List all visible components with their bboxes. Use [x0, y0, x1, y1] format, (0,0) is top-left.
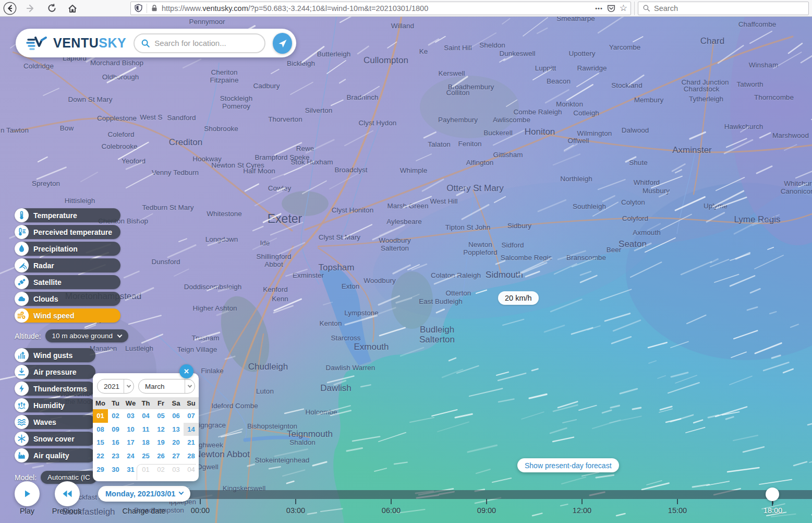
layer-button-perceived-temperature[interactable]: Perceived temperature — [15, 225, 120, 239]
calendar-day[interactable]: 06 — [168, 409, 184, 423]
place-label: Kenton — [320, 319, 342, 327]
calendar-day[interactable]: 28 — [184, 449, 199, 463]
calendar-day[interactable]: 26 — [153, 449, 168, 463]
page-actions-icon[interactable]: ••• — [595, 5, 603, 11]
year-select[interactable]: 2021 — [97, 379, 134, 394]
layer-button-waves[interactable]: Waves — [15, 415, 95, 429]
location-search-input[interactable] — [154, 39, 258, 47]
layer-button-precipitation[interactable]: Precipitation — [15, 242, 120, 256]
layer-button-snow-cover[interactable]: Snow cover — [15, 432, 95, 446]
place-label: West Hill — [430, 197, 457, 205]
layer-label: Satellite — [33, 278, 62, 287]
calendar-day[interactable]: 27 — [168, 449, 184, 463]
calendar-day[interactable]: 02 — [108, 409, 123, 423]
layer-button-satellite[interactable]: Satellite — [15, 275, 120, 289]
place-label: Spreyton — [32, 180, 60, 187]
place-label: Yeoford — [122, 157, 146, 165]
layer-button-wind-speed[interactable]: Wind speed — [15, 308, 120, 323]
calendar-day[interactable]: 19 — [153, 436, 168, 449]
calendar-day[interactable]: 20 — [168, 436, 184, 449]
layer-button-wind-gusts[interactable]: Wind gusts — [15, 348, 95, 362]
browser-nav-buttons — [0, 2, 130, 15]
satellite-icon — [15, 275, 29, 289]
calendar-day[interactable]: 08 — [93, 423, 108, 436]
snowflake-icon — [15, 432, 29, 446]
calendar-day[interactable]: 04 — [138, 409, 153, 423]
place-label: Kenford — [263, 286, 287, 293]
calendar-day[interactable]: 25 — [138, 449, 153, 463]
altitude-select[interactable]: 10 m above ground — [45, 329, 128, 342]
place-label: Clyst St Mary — [319, 233, 360, 241]
calendar-day[interactable]: 07 — [184, 409, 199, 423]
layer-button-humidity[interactable]: Humidity — [15, 398, 95, 412]
browser-search[interactable] — [638, 2, 809, 15]
home-button[interactable] — [66, 2, 79, 15]
layer-label: Thunderstorms — [33, 385, 87, 393]
place-label: Aylesbeare — [386, 218, 421, 225]
chevron-down-icon — [124, 379, 134, 393]
calendar-day[interactable]: 17 — [123, 436, 138, 449]
calendar-day[interactable]: 12 — [153, 423, 168, 436]
calendar-day[interactable]: 15 — [93, 436, 108, 449]
bookmark-star-icon[interactable]: ☆ — [620, 4, 627, 13]
location-search[interactable] — [134, 33, 265, 53]
browser-search-input[interactable] — [654, 4, 804, 13]
month-select[interactable]: March — [138, 379, 195, 394]
calendar-day-selected[interactable]: 01 — [93, 409, 108, 423]
url-bar[interactable]: https://www.ventusky.com/?p=50.683;-3.24… — [130, 2, 631, 15]
previous-button[interactable] — [55, 481, 80, 506]
calendar-day[interactable]: 24 — [123, 449, 138, 463]
calendar-day[interactable]: 13 — [168, 423, 184, 436]
calendar-day[interactable]: 31 — [123, 462, 138, 476]
calendar-day[interactable]: 22 — [93, 449, 108, 463]
place-label: Coldridge — [23, 62, 54, 70]
place-label: Buckerell — [483, 129, 513, 137]
calendar-day[interactable]: 30 — [108, 462, 123, 476]
place-label: West S — [140, 113, 162, 121]
calendar-day[interactable]: 03 — [123, 409, 138, 423]
back-button[interactable] — [3, 2, 17, 15]
wind-icon — [15, 308, 29, 323]
calendar-day[interactable]: 21 — [184, 436, 199, 449]
layer-button-temperature[interactable]: Temperature — [15, 208, 120, 222]
pocket-icon[interactable] — [607, 4, 616, 13]
calendar-day[interactable]: 18 — [138, 436, 153, 449]
place-label: Stokeinteignhead — [255, 456, 309, 464]
place-label: Crediton — [169, 137, 202, 147]
calendar-day[interactable]: 29 — [93, 462, 108, 476]
calendar-day[interactable]: 23 — [108, 449, 123, 463]
calendar-day[interactable]: 14 — [184, 423, 199, 436]
layer-label: Perceived temperature — [33, 228, 112, 236]
place-label: Silverton — [305, 106, 333, 114]
tracking-shield-icon[interactable] — [134, 4, 143, 13]
calendar-day: 02 — [153, 462, 168, 476]
layer-button-air-pressure[interactable]: Air pressure — [15, 365, 95, 379]
place-label: Bishopsteignton — [247, 422, 297, 430]
chevron-down-icon — [179, 490, 184, 495]
calendar-close-button[interactable]: ✕ — [179, 364, 193, 378]
location-search-icon — [141, 39, 150, 48]
layer-button-thunderstorms[interactable]: Thunderstorms — [15, 382, 95, 396]
layer-button-radar[interactable]: Radar — [15, 258, 120, 272]
play-button[interactable] — [15, 481, 40, 506]
locate-me-button[interactable] — [273, 33, 292, 54]
forward-button[interactable] — [24, 2, 38, 15]
layer-label: Clouds — [33, 295, 58, 303]
calendar-day[interactable]: 05 — [153, 409, 168, 423]
map-viewport[interactable]: PennymoorWillandSmeatharpeChaffcombeChar… — [0, 17, 812, 523]
show-forecast-button[interactable]: Show present-day forecast — [517, 458, 619, 472]
change-date-button[interactable]: Monday, 2021/03/01 — [98, 486, 190, 502]
place-label: Cowley — [268, 184, 291, 192]
calendar-day[interactable]: 16 — [108, 436, 123, 449]
reload-button[interactable] — [45, 2, 58, 15]
calendar-day[interactable]: 10 — [123, 423, 138, 436]
layer-label: Humidity — [33, 401, 65, 410]
calendar-day[interactable]: 11 — [138, 423, 153, 436]
timeline-slider-handle[interactable] — [766, 488, 779, 501]
model-label: Model: — [15, 473, 37, 482]
layer-button-clouds[interactable]: Clouds — [15, 292, 120, 306]
calendar-day[interactable]: 09 — [108, 423, 123, 436]
layer-button-air-quality[interactable]: Air quality — [15, 448, 95, 462]
timeline-bar[interactable] — [99, 490, 812, 499]
ventusky-logo[interactable]: VENTUSKY — [26, 34, 126, 52]
